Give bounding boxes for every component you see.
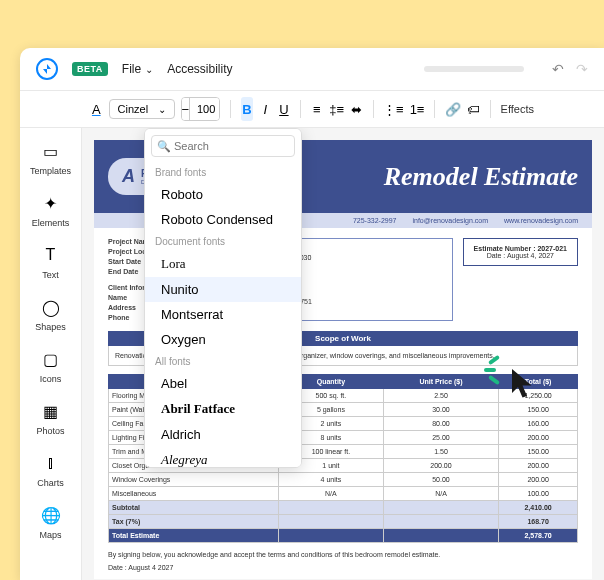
- font-option[interactable]: Aldrich: [145, 422, 301, 447]
- sidebar-item-shapes[interactable]: ◯Shapes: [20, 288, 81, 340]
- italic-button[interactable]: I: [259, 97, 272, 121]
- text-icon: T: [40, 244, 62, 266]
- sidebar-item-icons[interactable]: ▢Icons: [20, 340, 81, 392]
- letter-spacing-button[interactable]: ⬌: [350, 97, 363, 121]
- cursor-icon: [506, 366, 542, 402]
- photos-icon: ▦: [40, 400, 62, 422]
- font-section-header: Brand fonts: [145, 163, 301, 182]
- effects-button[interactable]: Effects: [501, 103, 534, 115]
- font-option[interactable]: Abel: [145, 371, 301, 396]
- icons-icon: ▢: [40, 348, 62, 370]
- app-logo-icon[interactable]: [36, 58, 58, 80]
- sidebar-item-elements[interactable]: ✦Elements: [20, 184, 81, 236]
- table-row: MiscellaneousN/AN/A100.00: [109, 487, 578, 501]
- toolbar: A Cinzel⌄ − + B I U ≡ ‡≡ ⬌ ⋮≡ 1≡ 🔗 🏷 Eff…: [20, 91, 604, 128]
- file-menu[interactable]: File⌄: [122, 62, 153, 76]
- font-section-header: All fonts: [145, 352, 301, 371]
- font-select[interactable]: Cinzel⌄: [109, 99, 175, 119]
- sidebar-item-charts[interactable]: ⫿Charts: [20, 444, 81, 496]
- font-dropdown: 🔍 Brand fontsRobotoRoboto CondensedDocum…: [144, 128, 302, 468]
- brand-logo-icon: A: [122, 166, 135, 187]
- signing-text: By signing below, you acknowledge and ac…: [94, 543, 592, 579]
- table-row: Window Coverings4 units50.00200.00: [109, 473, 578, 487]
- redo-button[interactable]: ↷: [576, 61, 588, 77]
- chevron-down-icon: ⌄: [158, 104, 166, 115]
- estimate-number-box: Estimate Number : 2027-021 Date : August…: [463, 238, 578, 266]
- chevron-down-icon: ⌄: [145, 64, 153, 75]
- underline-button[interactable]: U: [278, 97, 291, 121]
- cursor-overlay: [506, 366, 542, 406]
- font-option[interactable]: Montserrat: [145, 302, 301, 327]
- font-option[interactable]: Roboto Condensed: [145, 207, 301, 232]
- font-section-header: Document fonts: [145, 232, 301, 251]
- number-list-button[interactable]: 1≡: [410, 97, 425, 121]
- sidebar-item-maps[interactable]: 🌐Maps: [20, 496, 81, 548]
- elements-icon: ✦: [40, 192, 62, 214]
- font-size-input[interactable]: [190, 98, 220, 120]
- doc-title: Remodel Estimate: [384, 162, 578, 192]
- font-option[interactable]: Abril Fatface: [145, 396, 301, 422]
- canvas[interactable]: A RENOVADESIGN Remodel Estimate 725-332-…: [82, 128, 604, 580]
- topbar: BETA File⌄ Accessibility ↶ ↷: [20, 48, 604, 91]
- text-color-button[interactable]: A: [90, 97, 103, 121]
- decrease-size-button[interactable]: −: [182, 98, 191, 120]
- font-size-group: − +: [181, 97, 221, 121]
- bold-button[interactable]: B: [241, 97, 254, 121]
- bullet-list-button[interactable]: ⋮≡: [383, 97, 404, 121]
- sidebar-item-text[interactable]: TText: [20, 236, 81, 288]
- sidebar-item-photos[interactable]: ▦Photos: [20, 392, 81, 444]
- link-button[interactable]: 🔗: [445, 97, 461, 121]
- maps-icon: 🌐: [40, 504, 62, 526]
- sidebar: ▭Templates✦ElementsTText◯Shapes▢Icons▦Ph…: [20, 128, 82, 580]
- font-option[interactable]: Lora: [145, 251, 301, 277]
- align-button[interactable]: ≡: [311, 97, 324, 121]
- font-search-input[interactable]: [151, 135, 295, 157]
- main: ▭Templates✦ElementsTText◯Shapes▢Icons▦Ph…: [20, 128, 604, 580]
- accessibility-menu[interactable]: Accessibility: [167, 62, 232, 76]
- app-window: BETA File⌄ Accessibility ↶ ↷ A Cinzel⌄ −…: [20, 48, 604, 580]
- undo-button[interactable]: ↶: [552, 61, 564, 77]
- templates-icon: ▭: [40, 140, 62, 162]
- tag-button[interactable]: 🏷: [467, 97, 480, 121]
- shapes-icon: ◯: [40, 296, 62, 318]
- font-option[interactable]: Oxygen: [145, 327, 301, 352]
- font-option[interactable]: Alegreya: [145, 447, 301, 468]
- charts-icon: ⫿: [40, 452, 62, 474]
- font-option[interactable]: Nunito: [145, 277, 301, 302]
- sidebar-item-templates[interactable]: ▭Templates: [20, 132, 81, 184]
- line-height-button[interactable]: ‡≡: [329, 97, 344, 121]
- search-icon: 🔍: [157, 140, 171, 153]
- beta-badge: BETA: [72, 62, 108, 76]
- progress-bar: [424, 66, 524, 72]
- font-option[interactable]: Roboto: [145, 182, 301, 207]
